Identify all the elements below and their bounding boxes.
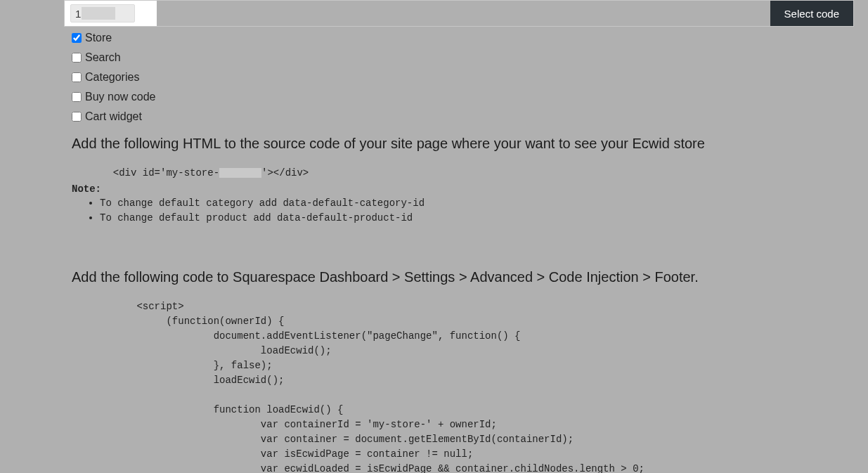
instruction-2: Add the following code to Squarespace Da… [72,269,817,285]
buynow-label: Buy now code [85,91,156,103]
checkbox-row-cart[interactable]: Cart widget [72,110,817,123]
checkbox-row-categories[interactable]: Categories [72,71,817,84]
html-snippet: <div id='my-store-'></div> [72,166,817,181]
top-toolbar: 1 Select code [64,0,854,27]
note-item: To change default product add data-defau… [100,211,817,226]
note-label: Note: [72,183,101,195]
code-input-wrapper: 1 [65,1,157,26]
main-content: Store Search Categories Buy now code Car… [72,28,817,473]
notes-list: To change default category add data-defa… [100,196,817,226]
input-value-text: 1 [75,8,81,20]
select-code-button[interactable]: Select code [770,1,853,26]
buynow-checkbox[interactable] [72,92,82,102]
instruction-1: Add the following HTML to the source cod… [72,136,817,152]
checkbox-row-store[interactable]: Store [72,32,817,44]
search-checkbox[interactable] [72,53,82,63]
cart-checkbox[interactable] [72,112,82,122]
checkbox-row-buynow[interactable]: Buy now code [72,91,817,103]
snippet1-pre: <div id='my-store- [72,167,219,179]
store-label: Store [85,32,112,44]
cart-label: Cart widget [85,110,142,123]
checkbox-row-search[interactable]: Search [72,51,817,64]
categories-checkbox[interactable] [72,72,82,82]
store-checkbox[interactable] [72,33,82,43]
search-label: Search [85,51,121,64]
redacted-id-icon [219,168,261,178]
toolbar-spacer [157,1,770,26]
redacted-input-icon [82,7,115,20]
snippet1-post: '></div> [261,167,309,179]
script-snippet: <script> (function(ownerId) { document.a… [72,299,817,473]
select-code-label: Select code [784,8,839,20]
note-item: To change default category add data-defa… [100,196,817,211]
note-block: Note: To change default category add dat… [72,182,817,226]
categories-label: Categories [85,71,139,84]
owner-id-input[interactable]: 1 [70,4,135,22]
